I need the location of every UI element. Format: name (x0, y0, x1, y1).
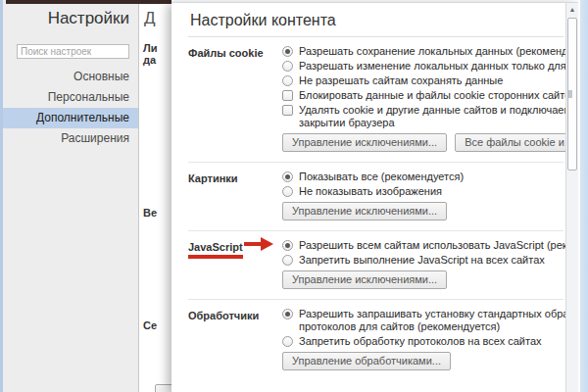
section-javascript: JavaScriptРазрешить всем сайтам использо… (188, 231, 564, 300)
section-images: КартинкиПоказывать все (рекомендуется)Не… (188, 163, 564, 231)
search-settings-input[interactable] (17, 44, 129, 59)
content-settings-dialog: Настройки контента Файлы cookieРазрешать… (172, 2, 578, 392)
radio-checked-icon[interactable] (282, 309, 293, 319)
checkbox-icon[interactable] (282, 105, 293, 116)
section-buttons: Управление исключениями... (282, 202, 564, 220)
settings-sidebar: Настройки ОсновныеПерсональныеДополнител… (3, 0, 139, 392)
section-buttons: Управление исключениями...Все файлы cook… (282, 133, 564, 152)
checkbox-icon[interactable] (282, 90, 293, 101)
window-left-border (0, 0, 3, 392)
section-label-cookies: Файлы cookie (188, 45, 282, 152)
option-label: Показывать все (рекомендуется) (299, 171, 464, 183)
sidebar-item-extensions[interactable]: Расширения (3, 128, 138, 149)
option-label: Разрешить всем сайтам использовать JavaS… (299, 239, 578, 252)
section-cookies: Файлы cookieРазрешать сохранение локальн… (188, 37, 564, 163)
radio-option[interactable]: Запретить обработку протоколов на всех с… (282, 335, 564, 348)
section-handlers: ОбработчикиРазрешить запрашивать установ… (188, 300, 564, 380)
section-controls: Разрешить всем сайтам использовать JavaS… (282, 239, 564, 289)
radio-icon[interactable] (282, 186, 293, 197)
option-label: Запретить обработку протоколов на всех с… (299, 335, 542, 348)
section-controls: Разрешать сохранение локальных данных (р… (282, 45, 564, 152)
radio-icon[interactable] (282, 255, 293, 266)
radio-option[interactable]: Разрешать изменение локальных данных тол… (282, 60, 564, 73)
option-label: Разрешать изменение локальных данных тол… (299, 60, 578, 73)
clipped-button-fragment (155, 384, 172, 392)
radio-option[interactable]: Показывать все (рекомендуется) (282, 171, 564, 183)
section-label-handlers: Обработчики (188, 308, 282, 370)
radio-option[interactable]: Разрешить запрашивать установку стандарт… (282, 308, 564, 333)
checkbox-option[interactable]: Блокировать данные и файлы cookie сторон… (282, 89, 564, 102)
section-controls: Разрешить запрашивать установку стандарт… (282, 308, 564, 370)
all-cookies-and-site-data-button[interactable]: Все файлы cookie и данные сайтов... (455, 133, 578, 152)
option-label: Удалять cookie и другие данные сайтов и … (299, 104, 578, 129)
section-buttons: Управление обработчиками... (282, 352, 564, 370)
clipped-advanced-heading: Д (144, 9, 156, 28)
sidebar-nav: ОсновныеПерсональныеДополнительныеРасшир… (3, 67, 138, 149)
radio-option[interactable]: Запретить выполнение JavaScript на всех … (282, 254, 564, 267)
manage-exceptions-button[interactable]: Управление исключениями... (282, 270, 447, 289)
sidebar-item-personal[interactable]: Персональные (3, 87, 138, 108)
option-label: Разрешить запрашивать установку стандарт… (299, 308, 578, 333)
red-arrow-annotation-icon (244, 242, 261, 246)
option-label: Блокировать данные и файлы cookie сторон… (299, 89, 576, 102)
radio-option[interactable]: Не разрешать сайтам сохранять данные (282, 74, 564, 87)
radio-option[interactable]: Разрешать сохранение локальных данных (р… (282, 45, 564, 58)
clipped-label-fragment: да (143, 54, 156, 66)
clipped-label-fragment: Ве (143, 207, 157, 219)
scrollbar-thumb[interactable] (567, 18, 577, 171)
option-label: Не разрешать сайтам сохранять данные (299, 74, 503, 87)
section-controls: Показывать все (рекомендуется)Не показыв… (282, 171, 564, 220)
option-label: Разрешать сохранение локальных данных (р… (299, 45, 578, 58)
clipped-label-fragment: Ли (143, 42, 157, 54)
dialog-scrollbar[interactable]: ▲ (565, 3, 578, 392)
chrome-settings-window: Настройки ОсновныеПерсональныеДополнител… (0, 0, 588, 392)
dialog-sections: Файлы cookieРазрешать сохранение локальн… (188, 37, 564, 380)
radio-icon[interactable] (282, 61, 293, 72)
radio-icon[interactable] (282, 336, 293, 347)
radio-icon[interactable] (282, 75, 293, 86)
checkbox-option[interactable]: Удалять cookie и другие данные сайтов и … (282, 104, 564, 129)
clipped-label-fragment: Се (143, 319, 157, 331)
settings-page-title: Настройки (3, 9, 138, 28)
manage-exceptions-button[interactable]: Управление исключениями... (282, 133, 447, 152)
section-buttons: Управление исключениями... (282, 270, 564, 289)
option-label: Запретить выполнение JavaScript на всех … (299, 254, 545, 267)
scroll-up-arrow-icon[interactable]: ▲ (566, 3, 578, 16)
browser-chrome-strip (6, 0, 172, 4)
section-label-images: Картинки (188, 171, 282, 220)
sidebar-item-basics[interactable]: Основные (3, 67, 138, 87)
manage-exceptions-button[interactable]: Управление исключениями... (282, 202, 447, 220)
scrollbar-grip-icon (568, 90, 572, 98)
radio-option[interactable]: Не показывать изображения (282, 185, 564, 198)
dialog-title: Настройки контента (190, 12, 578, 29)
sidebar-item-advanced[interactable]: Дополнительные (3, 108, 138, 128)
radio-checked-icon[interactable] (282, 46, 293, 57)
radio-option[interactable]: Разрешить всем сайтам использовать JavaS… (282, 239, 564, 252)
window-right-border (578, 0, 588, 392)
option-label: Не показывать изображения (299, 185, 442, 198)
radio-checked-icon[interactable] (282, 240, 293, 251)
manage-handlers-button[interactable]: Управление обработчиками... (282, 352, 451, 370)
background-page-strip: Д Ли да Ве Се (140, 0, 172, 392)
radio-checked-icon[interactable] (282, 172, 293, 182)
